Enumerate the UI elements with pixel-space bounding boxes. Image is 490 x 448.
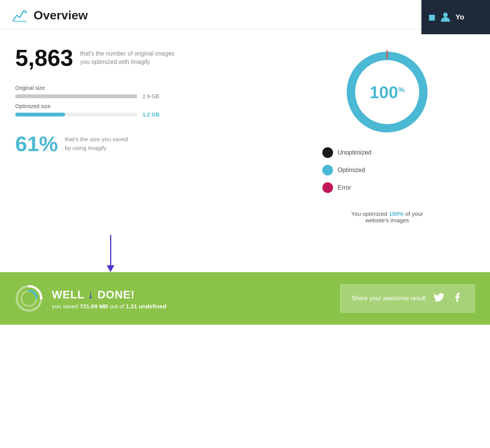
optimization-summary: You optimized 100% of yourwebsite's imag… [351, 210, 423, 223]
donut-chart: 100% [343, 48, 431, 136]
savings-desc: that's the size you saved by using Imagi… [65, 135, 128, 153]
user-label: Yo [455, 13, 464, 21]
opt-percent: 100% [389, 210, 404, 217]
well-done-title: WELL ↓ DONE! [52, 287, 167, 301]
optimized-size-bar-bg [15, 113, 137, 116]
arrow-container [0, 235, 490, 272]
original-size-section: Original size 2.9 GB [15, 85, 284, 99]
savings-percent: 61% [15, 131, 58, 156]
legend: Unoptimized Optimized Error [322, 147, 372, 200]
green-banner: WELL ↓ DONE! you saved 721.69 MB out of … [0, 272, 490, 325]
user-icon [439, 11, 452, 23]
header-left: Overview [11, 7, 88, 24]
saved-mid: out of [108, 303, 126, 309]
optimized-size-value: 1.2 GB [143, 112, 160, 118]
banner-circle-icon [15, 285, 43, 312]
savings-row: 61% that's the size you saved by using I… [15, 131, 284, 156]
svg-point-2 [443, 13, 448, 17]
main-content: 5,863 that's the number of original imag… [0, 29, 490, 223]
twitter-icon[interactable] [433, 292, 445, 305]
user-menu[interactable]: ■ Yo [421, 0, 490, 34]
donut-center-text: 100% [370, 83, 405, 102]
share-box: Share your awesome result [340, 284, 475, 312]
arrow-down [107, 235, 114, 272]
banner-left: WELL ↓ DONE! you saved 721.69 MB out of … [15, 285, 167, 312]
donut-percent-symbol: % [398, 86, 405, 94]
saved-summary: you saved 721.69 MB out of 1.21 undefine… [52, 303, 167, 309]
arrow-line [110, 235, 111, 265]
images-desc: that's the number of original images you… [80, 49, 175, 66]
optimized-dot [322, 165, 333, 175]
unoptimized-dot [322, 147, 333, 158]
arrow-head [107, 265, 114, 272]
original-size-bar-bg [15, 94, 137, 98]
done-text: DONE! [94, 289, 135, 301]
arrow-inline-icon: ↓ [88, 287, 94, 301]
legend-item-error: Error [322, 182, 372, 193]
donut-percent: 100 [370, 83, 398, 102]
header: Overview ■ Yo [0, 0, 490, 29]
legend-item-optimized: Optimized [322, 165, 372, 175]
right-panel: 100% Unoptimized Optimized Error You opt… [299, 45, 475, 223]
saved-prefix: you saved [52, 303, 80, 309]
user-avatar-icon: ■ [428, 10, 436, 24]
chart-icon [11, 7, 28, 24]
images-count-row: 5,863 that's the number of original imag… [15, 45, 284, 71]
original-size-bar-fill [15, 94, 137, 98]
original-size-label: Original size [15, 85, 284, 91]
optimized-size-bar-row: 1.2 GB [15, 112, 284, 118]
optimized-size-bar-fill [15, 113, 65, 116]
opt-text-prefix: You optimized [351, 210, 389, 217]
original-size-value: 2.9 GB [143, 93, 159, 99]
error-label: Error [338, 184, 351, 191]
images-count: 5,863 [15, 45, 73, 71]
optimized-size-section: Optimized size 1.2 GB [15, 103, 284, 118]
page-title: Overview [34, 8, 88, 22]
share-text: Share your awesome result [351, 295, 426, 302]
well-text: WELL [52, 289, 88, 301]
original-size-bar-row: 2.9 GB [15, 93, 284, 99]
saved-total: 1.21 undefined [126, 303, 166, 309]
optimized-size-label: Optimized size [15, 103, 284, 109]
banner-text: WELL ↓ DONE! you saved 721.69 MB out of … [52, 287, 167, 309]
optimized-label: Optimized [338, 167, 365, 174]
legend-item-unoptimized: Unoptimized [322, 147, 372, 158]
facebook-icon[interactable] [452, 292, 464, 305]
left-panel: 5,863 that's the number of original imag… [15, 45, 299, 223]
error-dot [322, 182, 333, 193]
unoptimized-label: Unoptimized [338, 149, 372, 156]
saved-amount: 721.69 MB [80, 303, 108, 309]
